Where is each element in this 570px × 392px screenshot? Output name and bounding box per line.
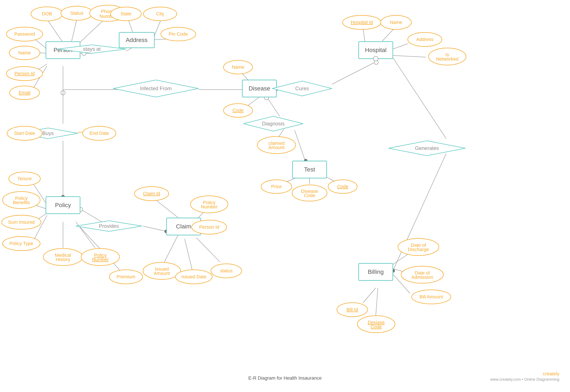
relation-stays-at-label: stays at [83,46,101,52]
attr-status-label: Status [70,11,84,16]
relation-infected-from-label: Infected From [140,85,172,91]
svg-text:Code: Code [304,193,315,198]
entity-test-label: Test [304,166,315,173]
svg-line-55 [164,235,178,262]
svg-text:Amount: Amount [268,145,285,150]
footer-title: E-R Diagram for Health Insaurance [248,375,322,381]
svg-text:Admission: Admission [411,275,433,280]
entity-policy-label: Policy [55,202,71,208]
attr-password-label: Password [14,31,35,37]
relation-generates-label: Generates [415,145,439,151]
attr-status-claim-label: status [220,268,233,273]
attr-issued-date-label: Issued Date [181,274,206,280]
relation-provides-label: Provides [99,223,119,229]
attr-policy-type-label: Policy Type [9,241,33,246]
svg-line-26 [393,44,408,49]
attr-test-code-label: Code [337,184,348,189]
svg-text:Number: Number [92,257,109,262]
attr-end-date-label: End Date [89,130,109,136]
svg-text:Networked: Networked [436,56,458,62]
attr-hospital-address-label: Address [416,37,434,42]
entity-hospital-label: Hospital [365,47,386,53]
svg-text:Code: Code [371,324,382,329]
attr-start-date-label: Start Date [14,130,35,136]
attr-state-label: State [120,11,131,16]
svg-point-89 [373,56,378,61]
attr-dob-label: DOB [42,11,52,16]
svg-line-56 [185,239,192,270]
entity-claim-label: Claim [176,223,191,230]
attr-claim-id-label: Claim Id [143,191,160,196]
svg-line-65 [376,288,378,316]
attr-test-price-label: Price [271,184,282,189]
svg-line-3 [35,40,47,49]
attr-bill-id-label: Bill Id [347,307,358,312]
svg-line-58 [393,57,446,139]
svg-text:Discharge: Discharge [408,247,429,252]
attr-disease-code-label: Code [233,108,244,113]
attr-claim-person-id-label: Person Id [199,224,219,230]
attr-tenure-label: Tenure [17,176,32,181]
svg-text:Number: Number [201,204,218,210]
diagram-container: Person Address Disease Hospital Test Pol… [0,0,570,392]
svg-line-2 [80,19,105,42]
entity-address-label: Address [126,37,148,43]
svg-line-50 [143,226,166,231]
attr-hospital-name-label: Name [390,20,402,25]
svg-line-25 [382,28,395,41]
svg-text:Benefits: Benefits [13,200,30,205]
svg-line-1 [72,19,77,42]
attr-person-id-label: Person Id [15,71,35,76]
creately-sub: www.creately.com • Online Diagramming [490,377,559,381]
attr-sum-insured-label: Sum Insured [8,220,35,225]
svg-line-24 [363,28,365,43]
svg-line-30 [295,130,305,161]
creately-brand: creately [543,371,559,377]
svg-line-11 [154,19,161,37]
relation-diagnosis-label: Diagnosis [262,121,284,126]
svg-line-28 [267,97,280,116]
svg-line-64 [363,288,376,303]
svg-text:History: History [56,257,70,262]
attr-disease-name-label: Name [232,64,244,70]
attr-bill-amount-label: Bill Amount [420,294,443,299]
relation-buys-label: Buys [42,130,54,136]
relation-cures-label: Cures [295,85,309,91]
svg-line-27 [393,56,426,57]
attr-email-label: Email [19,90,30,95]
svg-text:Amount: Amount [154,271,170,276]
attr-city-label: City [156,11,164,16]
attr-pin-code-label: Pin Code [169,31,188,37]
svg-line-0 [47,19,63,43]
attr-premium-label: Premium [117,274,135,280]
attr-person-name-label: Name [18,50,31,56]
svg-line-57 [196,238,220,262]
entity-billing-label: Billing [368,268,384,275]
attr-hospital-id-label: Hospital Id [351,20,373,25]
svg-line-52 [154,198,179,219]
entity-disease-label: Disease [248,85,270,92]
svg-line-22 [332,62,376,84]
er-diagram-svg: Person Address Disease Hospital Test Pol… [0,0,570,392]
